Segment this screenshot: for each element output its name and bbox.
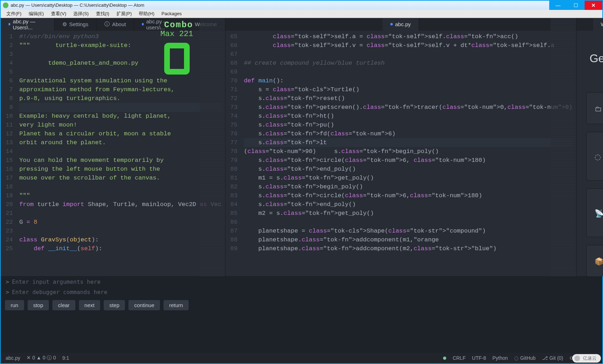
github-icon: ◌ — [514, 355, 518, 361]
welcome-card-teletype[interactable]: 📡 Collaborate in real time with Teletype — [586, 188, 603, 237]
welcome-card-project[interactable]: 🗀 Open a Project — [586, 92, 603, 124]
line-gutter: 6566676869707172737475767778798081828384… — [225, 31, 241, 276]
menu-edit[interactable]: 编辑(E) — [26, 10, 47, 18]
minimap[interactable] — [551, 31, 576, 276]
radio-tower-icon: 📡 — [595, 209, 602, 216]
prompt-icon: > — [6, 289, 9, 295]
status-github[interactable]: ◌GitHub — [514, 355, 536, 361]
menu-select[interactable]: 选择(S) — [70, 10, 91, 18]
window-maximize-button[interactable]: ☐ — [567, 1, 585, 10]
tab-label: abc.py — Users\... — [13, 18, 46, 30]
tab-settings[interactable]: ⚙Settings — [54, 18, 97, 31]
status-diagnostics[interactable]: ✕ 0 ▲ 0 ⓘ 0 — [27, 355, 56, 361]
online-dot-icon — [443, 357, 446, 360]
debug-step-button[interactable]: step — [104, 300, 125, 310]
menu-file[interactable]: 文件(F) — [4, 10, 24, 18]
statusbar: abc.py ✕ 0 ▲ 0 ⓘ 0 9:1 CRLF UTF-8 Python… — [1, 353, 602, 363]
combo-glyph-icon — [164, 43, 190, 75]
debugger-cmd-field[interactable]: Enter debugger commands here — [12, 289, 108, 295]
tab-abc-left[interactable]: abc.py — Users\... — [1, 18, 54, 31]
github-icon: ◌ — [595, 153, 602, 160]
tab-abc-mid[interactable]: abc.py — [383, 18, 419, 31]
welcome-card-package[interactable]: 📦 Install a Package — [586, 245, 603, 276]
status-git[interactable]: ⎇Git (0) — [542, 355, 563, 361]
tab-welcome-guide[interactable]: Welcome Guide — [593, 18, 603, 31]
debug-next-button[interactable]: next — [79, 300, 100, 310]
welcome-pane: Welcome Guide Get to know Atom! 🗀 Open a… — [576, 18, 603, 276]
code-editor-left[interactable]: 1234567891011121314151617181920212223242… — [1, 31, 225, 276]
status-encoding[interactable]: UTF-8 — [472, 355, 486, 361]
combo-overlay: Combo Max 221 — [160, 20, 193, 39]
menubar: 文件(F) 编辑(E) 查看(V) 选择(S) 查找(I) 扩展(P) 帮助(H… — [1, 10, 602, 18]
line-gutter: 1234567891011121314151617181920212223242… — [1, 31, 16, 276]
window-title: abc.py — Users\catty\Desktop — C:\Users\… — [11, 2, 144, 8]
code-editor-mid[interactable]: 6566676869707172737475767778798081828384… — [225, 31, 576, 276]
editor-pane-mid: abc.py 656667686970717273747576777879808… — [225, 18, 576, 276]
window-titlebar: abc.py — Users\catty\Desktop — C:\Users\… — [1, 1, 602, 10]
editor-pane-left: abc.py — Users\... ⚙Settings ⓘAbout abc.… — [1, 18, 225, 276]
combo-max-value: 221 — [179, 30, 193, 39]
modified-dot-icon — [390, 23, 393, 25]
modified-dot-icon — [8, 23, 10, 25]
combo-max-label: Max — [160, 30, 174, 39]
debug-run-button[interactable]: run — [5, 300, 24, 310]
debug-stop-button[interactable]: stop — [28, 300, 49, 310]
menu-view[interactable]: 查看(V) — [48, 10, 69, 18]
welcome-title: Get to know Atom! — [586, 52, 603, 78]
tab-label: abc.py — [395, 21, 411, 27]
tab-about[interactable]: ⓘAbout — [97, 18, 134, 31]
menu-extensions[interactable]: 扩展(P) — [114, 10, 134, 18]
package-icon: 📦 — [595, 257, 602, 264]
debug-return-button[interactable]: return — [163, 300, 189, 310]
minimap[interactable] — [200, 31, 225, 276]
debug-clear-button[interactable]: clear — [52, 300, 75, 310]
gear-icon: ⚙ — [62, 21, 67, 28]
status-line-ending[interactable]: CRLF — [453, 355, 466, 361]
status-file[interactable]: abc.py — [6, 355, 20, 361]
info-icon: ⓘ — [104, 21, 110, 28]
code-content[interactable]: class="tok-self">self.a = class="tok-sel… — [241, 31, 576, 276]
menu-help[interactable]: 帮助(H) — [136, 10, 157, 18]
input-args-field[interactable]: Enter input arguments here — [12, 278, 100, 285]
welcome-card-git[interactable]: ◌ Version control with Git and GitHub — [586, 132, 603, 181]
menu-packages[interactable]: Packages — [159, 10, 184, 17]
status-cursor[interactable]: 9:1 — [62, 355, 69, 361]
code-content[interactable]: #!/usr/bin/env python3""" turtle-example… — [16, 31, 225, 276]
status-grammar[interactable]: Python — [492, 355, 508, 361]
watermark: 亿速云 — [572, 354, 601, 363]
git-branch-icon: ⎇ — [542, 355, 548, 361]
atom-app-icon — [3, 2, 8, 8]
tab-label: Settings — [69, 21, 88, 27]
combo-title: Combo — [160, 20, 193, 30]
menu-find[interactable]: 查找(I) — [93, 10, 112, 18]
window-close-button[interactable]: ✕ — [585, 1, 602, 10]
tab-label: About — [112, 21, 126, 27]
prompt-icon: > — [6, 278, 9, 285]
debug-continue-button[interactable]: continue — [128, 300, 160, 310]
debugger-panel: >Enter input arguments here >Enter debug… — [1, 276, 602, 353]
tab-label: Welcome Guide — [601, 21, 603, 27]
modified-dot-icon — [142, 23, 144, 25]
window-minimize-button[interactable]: — — [549, 1, 567, 10]
folder-icon: 🗀 — [595, 105, 602, 112]
